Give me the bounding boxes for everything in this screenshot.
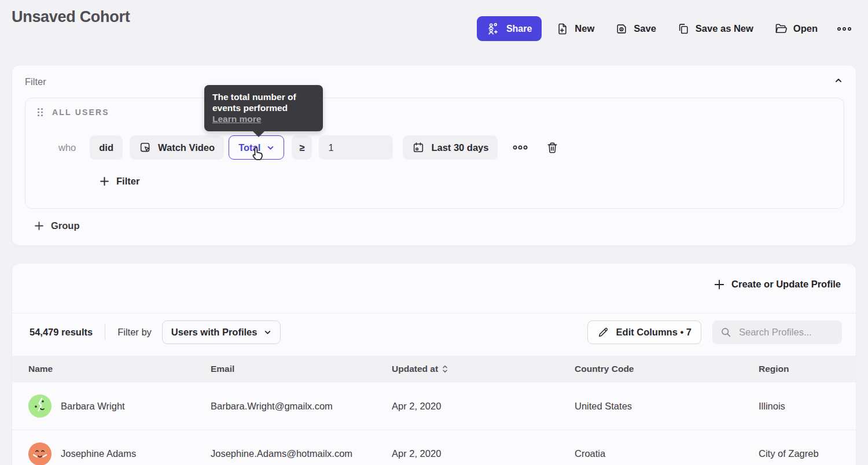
sort-arrows-icon bbox=[442, 365, 448, 373]
save-as-new-button-label: Save as New bbox=[696, 23, 753, 34]
filter-by-label: Filter by bbox=[117, 327, 152, 338]
event-selector[interactable]: Watch Video bbox=[130, 135, 224, 160]
create-or-update-profile-label: Create or Update Profile bbox=[731, 279, 841, 290]
calendar-icon bbox=[412, 141, 425, 154]
column-header-name: Name bbox=[28, 364, 211, 374]
date-range-selector[interactable]: Last 30 days bbox=[403, 135, 498, 160]
profile-email: Barbara.Wright@gmailx.com bbox=[211, 401, 392, 412]
new-button[interactable]: New bbox=[550, 16, 601, 41]
filter-group-box: ALL USERS who did Watch Video Total bbox=[25, 98, 844, 209]
save-button[interactable]: Save bbox=[609, 16, 663, 41]
search-icon bbox=[720, 326, 732, 338]
did-selector[interactable]: did bbox=[90, 135, 123, 160]
profile-updated-at: Apr 2, 2020 bbox=[392, 448, 575, 459]
profile-region: Illinois bbox=[759, 401, 856, 412]
value-input[interactable] bbox=[319, 135, 393, 160]
profile-name: Barbara Wright bbox=[61, 401, 125, 412]
save-icon bbox=[615, 23, 628, 35]
profile-country-code: United States bbox=[575, 401, 759, 412]
did-selector-label: did bbox=[99, 142, 113, 153]
avatar bbox=[28, 442, 52, 465]
filter-group-header: ALL USERS bbox=[37, 108, 109, 117]
share-button-label: Share bbox=[506, 24, 532, 34]
results-count: 54,479 results bbox=[30, 327, 93, 338]
open-button[interactable]: Open bbox=[768, 16, 824, 41]
pencil-icon bbox=[597, 326, 609, 338]
plus-icon bbox=[100, 176, 109, 186]
date-range-label: Last 30 days bbox=[431, 142, 488, 153]
tooltip-text: The total number of events performed bbox=[212, 92, 296, 113]
filter-panel-title: Filter bbox=[25, 76, 46, 87]
aggregation-tooltip: The total number of events performed Lea… bbox=[204, 85, 323, 131]
profile-filter-dropdown[interactable]: Users with Profiles bbox=[162, 320, 281, 344]
results-toolbar: 54,479 results Filter by Users with Prof… bbox=[30, 320, 842, 344]
file-plus-icon bbox=[556, 23, 569, 35]
share-people-icon bbox=[487, 22, 500, 35]
operator-selector-label: ≥ bbox=[299, 142, 304, 153]
edit-columns-label: Edit Columns • 7 bbox=[616, 327, 692, 338]
page-title: Unsaved Cohort bbox=[12, 8, 130, 26]
search-profiles-box bbox=[712, 320, 842, 344]
more-options-button[interactable] bbox=[832, 16, 856, 41]
divider bbox=[105, 324, 105, 339]
column-header-email: Email bbox=[211, 364, 392, 374]
name-cell: Josephine Adams bbox=[28, 442, 211, 465]
folder-open-icon bbox=[774, 22, 788, 35]
plus-icon bbox=[714, 279, 724, 290]
results-toolbar-right: Edit Columns • 7 bbox=[587, 320, 842, 344]
table-row[interactable]: Barbara Wright Barbara.Wright@gmailx.com… bbox=[12, 382, 856, 430]
filter-panel: Filter ALL USERS who did bbox=[12, 65, 856, 246]
table-header-row: Name Email Updated at Country Code Regio… bbox=[12, 356, 856, 382]
profile-name: Josephine Adams bbox=[61, 448, 136, 459]
profile-filter-value: Users with Profiles bbox=[171, 327, 258, 338]
event-selector-label: Watch Video bbox=[158, 142, 215, 153]
copy-icon bbox=[677, 23, 690, 35]
chevron-up-icon bbox=[834, 76, 843, 85]
profile-region: City of Zagreb bbox=[759, 448, 856, 459]
add-filter-label: Filter bbox=[116, 176, 139, 187]
row-more-options-button[interactable] bbox=[509, 145, 532, 150]
who-label: who bbox=[58, 142, 76, 153]
results-panel: Create or Update Profile 54,479 results … bbox=[12, 263, 856, 465]
ellipsis-icon bbox=[837, 26, 852, 32]
learn-more-link[interactable]: Learn more bbox=[212, 114, 261, 124]
save-button-label: Save bbox=[634, 23, 656, 34]
filter-condition-row: who did Watch Video Total bbox=[58, 135, 562, 160]
profile-email: Josephine.Adams@hotmailx.com bbox=[211, 448, 392, 459]
avatar bbox=[28, 394, 52, 418]
column-header-country-code: Country Code bbox=[575, 364, 759, 374]
operator-selector[interactable]: ≥ bbox=[292, 135, 312, 160]
hand-pointer-cursor-icon bbox=[249, 145, 266, 162]
open-button-label: Open bbox=[793, 23, 818, 34]
chevron-down-icon bbox=[264, 329, 271, 336]
search-profiles-input[interactable] bbox=[739, 327, 834, 338]
top-toolbar: Share New Save Save as bbox=[477, 16, 856, 41]
collapse-panel-button[interactable] bbox=[834, 76, 843, 85]
chevron-down-icon bbox=[267, 144, 274, 152]
plus-icon bbox=[34, 221, 44, 231]
group-name-label: ALL USERS bbox=[52, 108, 109, 117]
new-button-label: New bbox=[575, 23, 594, 34]
share-button[interactable]: Share bbox=[477, 16, 542, 41]
add-group-button[interactable]: Group bbox=[34, 220, 80, 231]
column-header-region: Region bbox=[759, 364, 856, 374]
create-or-update-profile-button[interactable]: Create or Update Profile bbox=[714, 279, 841, 290]
drag-handle-icon[interactable] bbox=[37, 108, 43, 117]
column-header-updated-at[interactable]: Updated at bbox=[392, 364, 575, 374]
table-row[interactable]: Josephine Adams Josephine.Adams@hotmailx… bbox=[12, 430, 856, 465]
name-cell: Barbara Wright bbox=[28, 394, 211, 418]
add-filter-button[interactable]: Filter bbox=[100, 176, 139, 187]
profile-updated-at: Apr 2, 2020 bbox=[392, 401, 575, 412]
delete-condition-button[interactable] bbox=[542, 141, 562, 154]
edit-columns-button[interactable]: Edit Columns • 7 bbox=[587, 320, 701, 344]
add-group-label: Group bbox=[51, 220, 80, 231]
profile-country-code: Croatia bbox=[575, 448, 759, 459]
save-as-new-button[interactable]: Save as New bbox=[671, 16, 760, 41]
event-cursor-icon bbox=[139, 141, 152, 154]
divider bbox=[12, 313, 856, 313]
